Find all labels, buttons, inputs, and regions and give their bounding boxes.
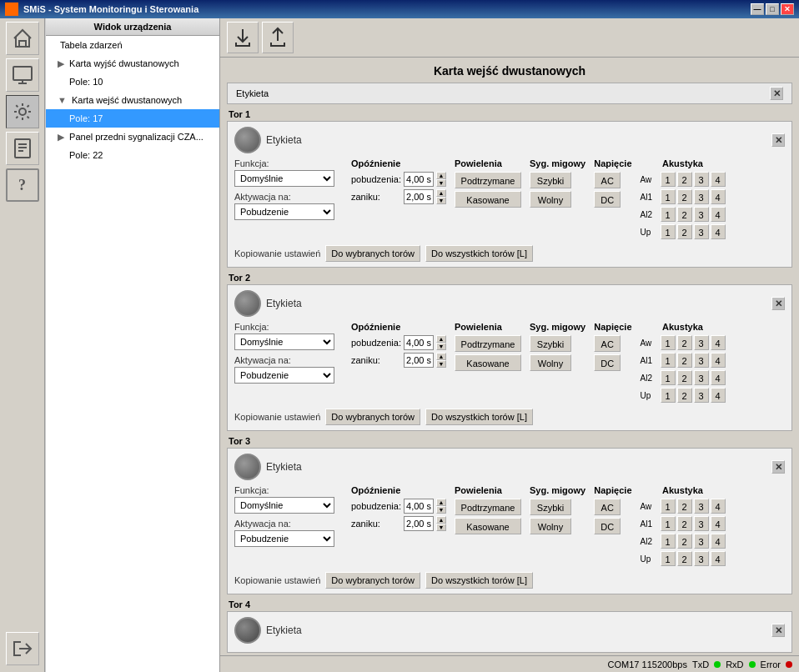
al1-2-btn-2[interactable]: 2 — [677, 353, 692, 368]
do-wybranych-btn-2[interactable]: Do wybranych torów — [325, 409, 420, 425]
al2-4-btn-2[interactable]: 4 — [711, 370, 726, 385]
dc-btn-1[interactable]: DC — [594, 191, 621, 208]
zaniku-down-1[interactable]: ▼ — [436, 197, 446, 204]
kasowane-btn-3[interactable]: Kasowane — [455, 518, 521, 534]
zaniku-down-2[interactable]: ▼ — [436, 360, 446, 368]
al2-4-btn-3[interactable]: 4 — [711, 534, 726, 549]
al2-3-btn-1[interactable]: 3 — [694, 207, 709, 222]
ac-btn-2[interactable]: AC — [594, 335, 621, 352]
wolny-btn-2[interactable]: Wolny — [530, 354, 571, 371]
al1-1-btn-2[interactable]: 1 — [661, 353, 676, 368]
aw-2-btn-1[interactable]: 2 — [677, 172, 692, 187]
aw-3-btn-3[interactable]: 3 — [694, 499, 709, 514]
do-wszystkich-btn-3[interactable]: Do wszystkich torów [L] — [425, 572, 533, 589]
pobudzenia-down-2[interactable]: ▼ — [436, 343, 446, 350]
settings-icon-btn[interactable] — [6, 95, 39, 128]
up-1-btn-3[interactable]: 1 — [661, 551, 676, 566]
aw-1-btn-1[interactable]: 1 — [661, 172, 676, 187]
zaniku-up-1[interactable]: ▲ — [436, 189, 446, 197]
up-4-btn-3[interactable]: 4 — [711, 551, 726, 566]
al1-3-btn-2[interactable]: 3 — [694, 353, 709, 368]
download-button[interactable] — [227, 22, 259, 53]
upload-button[interactable] — [262, 22, 294, 53]
zaniku-up-2[interactable]: ▲ — [436, 353, 446, 360]
up-1-btn-1[interactable]: 1 — [661, 224, 676, 239]
szybki-btn-3[interactable]: Szybki — [530, 499, 571, 515]
minimize-button[interactable]: — — [751, 3, 764, 15]
aw-1-btn-2[interactable]: 1 — [661, 335, 676, 350]
zaniku-up-3[interactable]: ▲ — [436, 516, 446, 524]
tor-3-close[interactable]: ✕ — [771, 460, 785, 474]
al1-4-btn-3[interactable]: 4 — [711, 516, 726, 531]
up-1-btn-2[interactable]: 1 — [661, 388, 676, 403]
aw-4-btn-3[interactable]: 4 — [711, 499, 726, 514]
funkcja-select-2[interactable]: Domyślnie — [234, 333, 334, 350]
up-3-btn-2[interactable]: 3 — [694, 388, 709, 403]
kasowane-btn-2[interactable]: Kasowane — [455, 354, 521, 371]
szybki-btn-2[interactable]: Szybki — [530, 335, 571, 352]
dc-btn-2[interactable]: DC — [594, 354, 621, 371]
podtrzymane-btn-1[interactable]: Podtrzymane — [455, 172, 521, 188]
exit-icon-btn[interactable] — [6, 632, 39, 665]
tree-item-karta-wejsc[interactable]: ▼ Karta wejść dwustanowych — [46, 91, 219, 109]
al2-3-btn-2[interactable]: 3 — [694, 370, 709, 385]
do-wszystkich-btn-1[interactable]: Do wszystkich torów [L] — [425, 245, 533, 262]
do-wybranych-btn-1[interactable]: Do wybranych torów — [325, 245, 420, 262]
tor-2-close[interactable]: ✕ — [771, 297, 785, 310]
up-2-btn-2[interactable]: 2 — [677, 388, 692, 403]
al2-4-btn-1[interactable]: 4 — [711, 207, 726, 222]
tree-item-pole22[interactable]: Pole: 22 — [46, 146, 219, 164]
tree-item-karta-wyjsc[interactable]: ▶ Karta wyjść dwustanowych — [46, 54, 219, 73]
funkcja-select-3[interactable]: Domyślnie — [234, 497, 334, 514]
close-button[interactable]: ✕ — [781, 3, 794, 15]
monitor-icon-btn[interactable] — [6, 58, 39, 92]
tor-4-close[interactable]: ✕ — [771, 624, 785, 637]
al2-3-btn-3[interactable]: 3 — [694, 534, 709, 549]
al2-1-btn-3[interactable]: 1 — [661, 534, 676, 549]
al2-2-btn-2[interactable]: 2 — [677, 370, 692, 385]
al2-1-btn-2[interactable]: 1 — [661, 370, 676, 385]
pobudzenia-up-2[interactable]: ▲ — [436, 335, 446, 343]
aktywacja-select-1[interactable]: Pobudzenie — [234, 203, 334, 220]
do-wszystkich-btn-2[interactable]: Do wszystkich torów [L] — [425, 409, 533, 425]
up-2-btn-3[interactable]: 2 — [677, 551, 692, 566]
al2-2-btn-1[interactable]: 2 — [677, 207, 692, 222]
al1-1-btn-1[interactable]: 1 — [661, 189, 676, 204]
al2-1-btn-1[interactable]: 1 — [661, 207, 676, 222]
maximize-button[interactable]: □ — [766, 3, 779, 15]
wolny-btn-1[interactable]: Wolny — [530, 191, 571, 208]
aw-1-btn-3[interactable]: 1 — [661, 499, 676, 514]
up-3-btn-1[interactable]: 3 — [694, 224, 709, 239]
tor-1-close[interactable]: ✕ — [771, 133, 785, 147]
al1-1-btn-3[interactable]: 1 — [661, 516, 676, 531]
dc-btn-3[interactable]: DC — [594, 518, 621, 534]
aktywacja-select-3[interactable]: Pobudzenie — [234, 530, 334, 547]
zaniku-down-3[interactable]: ▼ — [436, 524, 446, 531]
tree-item-pole17[interactable]: Pole: 17 — [46, 109, 219, 128]
home-icon-btn[interactable] — [6, 22, 39, 55]
podtrzymane-btn-3[interactable]: Podtrzymane — [455, 499, 521, 515]
al1-2-btn-3[interactable]: 2 — [677, 516, 692, 531]
tree-item-panel[interactable]: ▶ Panel przedni sygnalizacji CZA... — [46, 128, 219, 146]
al1-2-btn-1[interactable]: 2 — [677, 189, 692, 204]
aw-4-btn-1[interactable]: 4 — [711, 172, 726, 187]
up-4-btn-1[interactable]: 4 — [711, 224, 726, 239]
ac-btn-3[interactable]: AC — [594, 499, 621, 515]
aktywacja-select-2[interactable]: Pobudzenie — [234, 367, 334, 384]
logs-icon-btn[interactable] — [6, 132, 39, 165]
ac-btn-1[interactable]: AC — [594, 172, 621, 188]
funkcja-select-1[interactable]: Domyślnie — [234, 170, 334, 187]
kasowane-btn-1[interactable]: Kasowane — [455, 191, 521, 208]
tree-item-pole10[interactable]: Pole: 10 — [46, 73, 219, 91]
up-2-btn-1[interactable]: 2 — [677, 224, 692, 239]
up-4-btn-2[interactable]: 4 — [711, 388, 726, 403]
podtrzymane-btn-2[interactable]: Podtrzymane — [455, 335, 521, 352]
al1-3-btn-3[interactable]: 3 — [694, 516, 709, 531]
al2-2-btn-3[interactable]: 2 — [677, 534, 692, 549]
aw-2-btn-2[interactable]: 2 — [677, 335, 692, 350]
pobudzenia-down-1[interactable]: ▼ — [436, 179, 446, 187]
aw-3-btn-1[interactable]: 3 — [694, 172, 709, 187]
szybki-btn-1[interactable]: Szybki — [530, 172, 571, 188]
aw-2-btn-3[interactable]: 2 — [677, 499, 692, 514]
help-icon-btn[interactable]: ? — [6, 168, 39, 202]
